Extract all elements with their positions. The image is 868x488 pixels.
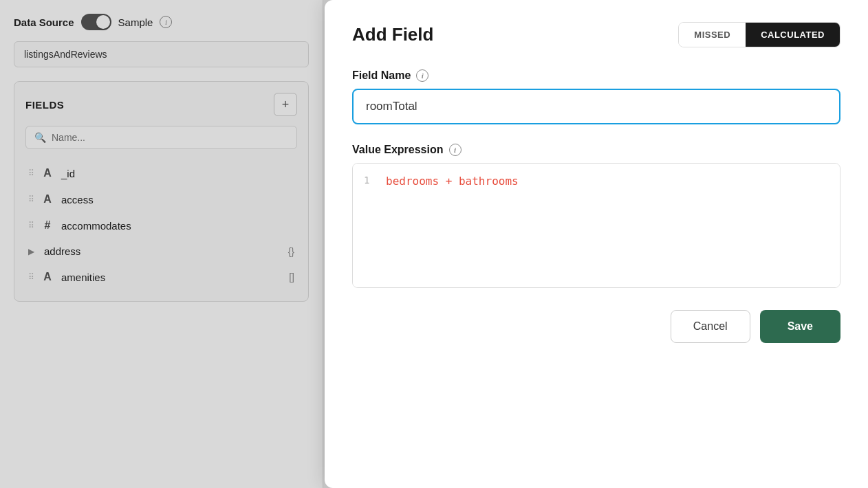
cancel-button[interactable]: Cancel: [671, 310, 750, 343]
expr-bedrooms: bedrooms: [386, 175, 439, 188]
tab-group: MISSED CALCULATED: [678, 22, 840, 47]
field-name-section-label: Field Name i: [352, 69, 840, 82]
modal-header: Add Field MISSED CALCULATED: [352, 22, 840, 47]
tab-missed[interactable]: MISSED: [679, 23, 746, 47]
expr-bathrooms: bathrooms: [459, 175, 519, 188]
expression-code: bedrooms + bathrooms: [386, 173, 519, 190]
modal-panel: Add Field MISSED CALCULATED Field Name i…: [325, 0, 868, 488]
expr-plus: +: [446, 175, 459, 188]
modal-title: Add Field: [352, 24, 662, 45]
value-expression-info-icon[interactable]: i: [449, 144, 462, 156]
modal-footer: Cancel Save: [352, 310, 840, 343]
save-button[interactable]: Save: [760, 310, 840, 343]
expression-line: 1 bedrooms + bathrooms: [353, 164, 840, 287]
expression-editor[interactable]: 1 bedrooms + bathrooms: [352, 163, 840, 288]
field-name-input[interactable]: [352, 89, 840, 124]
line-number: 1: [364, 173, 386, 186]
tab-calculated[interactable]: CALCULATED: [746, 23, 840, 47]
value-expression-section-label: Value Expression i: [352, 144, 840, 156]
field-name-info-icon[interactable]: i: [416, 69, 428, 82]
